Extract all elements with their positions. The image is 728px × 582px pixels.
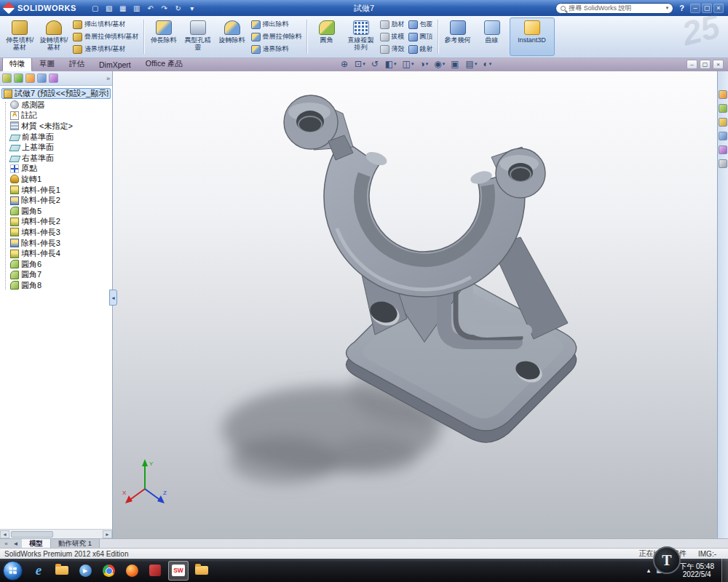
window-control-button[interactable]: –	[690, 4, 700, 13]
show-desktop-button[interactable]	[721, 559, 728, 582]
reference-geometry-button[interactable]: 參考幾何	[441, 17, 475, 56]
window-control-button[interactable]: ×	[713, 4, 724, 13]
extruded-boss-base-button[interactable]: 伸長填料/基材	[3, 17, 36, 56]
dome-button[interactable]: 圓頂	[408, 31, 433, 43]
tab-office-products[interactable]: Office 產品	[138, 57, 190, 71]
view-tool-button[interactable]: ↺	[371, 60, 379, 68]
tab-scroll-button[interactable]: «	[2, 541, 10, 547]
graphics-area[interactable]: Y X Z	[113, 71, 717, 538]
view-tool-button[interactable]: ◧ ▾	[385, 60, 397, 68]
view-tool-button[interactable]: ▣	[451, 60, 459, 68]
mirror-button[interactable]: 鏡射	[408, 44, 433, 55]
taskbar-app-button[interactable]: e	[28, 561, 49, 581]
revolved-cut-button[interactable]: 旋轉除料	[215, 17, 249, 56]
quick-access-button[interactable]: ▾	[186, 2, 198, 14]
view-tool-button[interactable]: ◐ ▾	[483, 60, 491, 68]
task-pane-tab-icon[interactable]	[719, 118, 727, 127]
document-tab[interactable]: 動作研究 1	[51, 539, 100, 548]
feature-tree-root[interactable]: 試做7 (預設<<預設>_顯示狀態	[1, 88, 111, 99]
document-window-button[interactable]: –	[687, 60, 697, 69]
taskbar-clock[interactable]: 下午 05:48 2022/5/4	[679, 562, 714, 579]
hole-wizard-button[interactable]: 異型孔精靈	[181, 17, 215, 56]
view-tool-button[interactable]: ⊕	[341, 60, 349, 68]
feature-tree-item[interactable]: 右基準面	[0, 153, 112, 164]
property-manager-tab-icon[interactable]	[14, 73, 23, 83]
lofted-boss-base-button[interactable]: 疊層拉伸填料/基材	[73, 31, 139, 43]
feature-manager-tab-icon[interactable]	[2, 73, 12, 83]
document-window-button[interactable]: ▢	[700, 60, 711, 69]
panel-collapse-button[interactable]: ◄	[109, 290, 117, 306]
start-button[interactable]	[3, 561, 23, 581]
taskbar-app-button[interactable]	[145, 561, 165, 581]
feature-tree-item[interactable]: 前基準面	[0, 132, 112, 143]
window-control-button[interactable]: ▢	[702, 4, 712, 13]
task-pane-tab-icon[interactable]	[719, 90, 727, 99]
tab-evaluate[interactable]: 評估	[62, 57, 92, 71]
feature-tree-item[interactable]: 填料-伸長1	[0, 185, 112, 196]
quick-access-button[interactable]: ▢	[90, 2, 101, 14]
view-tool-button[interactable]: ◉ ▾	[434, 60, 445, 68]
instant3d-button[interactable]: Instant3D	[510, 17, 555, 56]
taskbar-app-button[interactable]: ▶	[75, 561, 95, 581]
quick-access-button[interactable]: ↷	[159, 2, 170, 14]
rib-button[interactable]: 肋材	[380, 19, 405, 31]
wrap-button[interactable]: 包覆	[408, 19, 433, 31]
feature-tree-item[interactable]: 圓角7	[0, 270, 112, 281]
fillet-button[interactable]: 圓角	[310, 17, 344, 56]
taskbar-app-button[interactable]	[52, 561, 72, 581]
curves-button[interactable]: 曲線	[475, 17, 509, 56]
search-scope-caret-icon[interactable]: ▾	[666, 5, 669, 11]
task-pane-tab-icon[interactable]	[719, 159, 727, 168]
taskbar-app-button[interactable]	[191, 561, 212, 581]
quick-access-button[interactable]: ↻	[173, 2, 184, 14]
feature-tree-item[interactable]: 填料-伸長4	[0, 248, 112, 259]
help-button[interactable]: ?	[678, 4, 686, 12]
feature-tree-item[interactable]: 圓角5	[0, 206, 112, 217]
taskbar-app-button[interactable]	[98, 561, 119, 581]
boundary-cut-button[interactable]: 邊界除料	[251, 44, 302, 55]
feature-tree-item[interactable]: 圓角8	[0, 280, 112, 291]
scrollbar-track[interactable]	[9, 530, 103, 538]
shell-button[interactable]: 薄殼	[380, 44, 405, 55]
extruded-cut-button[interactable]: 伸長除料	[147, 17, 181, 56]
tab-sketch[interactable]: 草圖	[32, 57, 62, 71]
feature-tree-item[interactable]: 感測器	[0, 100, 112, 111]
configuration-manager-tab-icon[interactable]	[25, 73, 35, 83]
lofted-cut-button[interactable]: 疊層拉伸除料	[251, 31, 302, 43]
feature-tree-item[interactable]: 填料-伸長3	[0, 227, 112, 238]
quick-access-button[interactable]: ▥	[131, 2, 143, 14]
task-pane-tab-icon[interactable]	[719, 146, 727, 154]
tray-icon[interactable]: ▴	[647, 567, 651, 574]
quick-access-button[interactable]: ▧	[103, 2, 115, 14]
panel-overflow-chevron-icon[interactable]: »	[106, 75, 110, 82]
display-manager-tab-icon[interactable]	[49, 73, 58, 83]
view-tool-button[interactable]: ◑ ▾	[419, 60, 428, 68]
taskbar-app-button[interactable]: SW	[168, 561, 189, 581]
feature-tree-item[interactable]: 旋轉1	[0, 174, 112, 185]
scroll-left-arrow-icon[interactable]: ◄	[0, 530, 9, 538]
tree-horizontal-scrollbar[interactable]: ◄ ►	[0, 529, 112, 538]
linear-pattern-button[interactable]: 直線複製排列	[344, 17, 378, 56]
tab-scroll-button[interactable]: ◄	[12, 541, 20, 547]
swept-boss-base-button[interactable]: 掃出填料/基材	[73, 19, 139, 31]
view-tool-button[interactable]: ▤ ▾	[466, 60, 478, 68]
task-pane-tab-icon[interactable]	[719, 132, 727, 140]
task-pane-tab-icon[interactable]	[719, 104, 727, 113]
feature-tree-item[interactable]: 上基準面	[0, 142, 112, 153]
view-tool-button[interactable]: ⊡ ▾	[355, 60, 365, 68]
quick-access-button[interactable]: ↶	[145, 2, 157, 14]
draft-button[interactable]: 拔模	[380, 31, 405, 43]
tab-features[interactable]: 特徵	[2, 57, 32, 71]
feature-tree-item[interactable]: 填料-伸長2	[0, 217, 112, 228]
feature-tree-item[interactable]: 材質 <未指定>	[0, 121, 112, 132]
document-tab[interactable]: 模型	[22, 539, 51, 548]
swept-cut-button[interactable]: 掃出除料	[251, 19, 302, 31]
taskbar-app-button[interactable]	[122, 561, 142, 581]
scroll-right-arrow-icon[interactable]: ►	[103, 530, 112, 538]
ime-indicator[interactable]: IMG:-	[698, 550, 716, 558]
feature-tree-item[interactable]: 註記	[0, 111, 112, 121]
view-tool-button[interactable]: ◫ ▾	[403, 60, 414, 68]
revolved-boss-base-button[interactable]: 旋轉填料/基材	[37, 17, 71, 56]
dimxpert-manager-tab-icon[interactable]	[37, 73, 47, 83]
feature-tree-item[interactable]: 圓角6	[0, 259, 112, 270]
